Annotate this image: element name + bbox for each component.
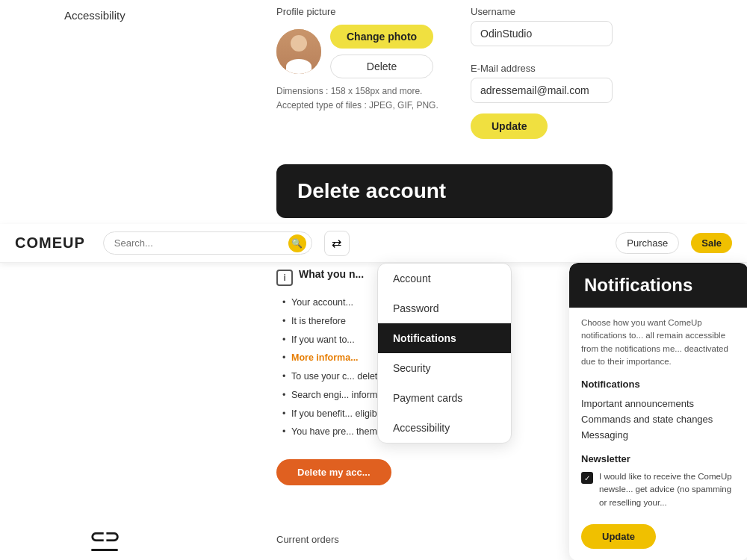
nav-icon-compare[interactable]: ⇄ xyxy=(324,231,350,256)
search-button[interactable]: 🔍 xyxy=(288,234,306,252)
email-label: E-Mail address xyxy=(471,63,613,74)
delete-photo-button[interactable]: Delete xyxy=(330,55,433,78)
avatar-head xyxy=(291,35,307,52)
dropdown-item-payment-cards[interactable]: Payment cards xyxy=(378,383,511,413)
what-you-need-title: What you n... xyxy=(299,268,364,280)
purchase-button[interactable]: Purchase xyxy=(616,232,679,254)
notifications-update-button[interactable]: Update xyxy=(581,524,656,549)
notif-item-announcements: Important announcements xyxy=(581,396,737,411)
dropdown-item-password[interactable]: Password xyxy=(378,293,511,323)
search-input[interactable] xyxy=(103,231,312,255)
comeup-logo-bottom: ⊂⊃ xyxy=(90,526,120,551)
avatar-body xyxy=(286,59,311,74)
delete-account-header: Delete account xyxy=(276,164,613,218)
newsletter-text: I would like to receive the ComeUp newsl… xyxy=(599,470,737,509)
username-input[interactable] xyxy=(471,21,613,46)
notifications-section-title: Notifications xyxy=(581,379,737,390)
delete-account-button[interactable]: Delete my acc... xyxy=(276,459,391,485)
username-label: Username xyxy=(471,6,613,17)
newsletter-row: I would like to receive the ComeUp newsl… xyxy=(581,470,737,509)
sale-button[interactable]: Sale xyxy=(691,233,732,253)
newsletter-checkbox[interactable] xyxy=(581,472,593,484)
newsletter-title: Newsletter xyxy=(581,453,737,464)
navbar: COMEUP 🔍 ⇄ Purchase Sale xyxy=(0,224,747,263)
more-info-link[interactable]: More informa... xyxy=(291,352,359,363)
sidebar: Accessibility xyxy=(52,0,224,31)
notifications-title: Notifications xyxy=(584,275,734,296)
avatar-figure xyxy=(276,29,321,74)
notifications-body: Choose how you want ComeUp notifications… xyxy=(569,308,747,515)
dropdown-item-security[interactable]: Security xyxy=(378,353,511,383)
delete-account-title: Delete account xyxy=(297,179,592,203)
user-fields: Username E-Mail address Update xyxy=(471,0,613,139)
sidebar-item-accessibility[interactable]: Accessibility xyxy=(52,0,224,31)
dropdown-item-account[interactable]: Account xyxy=(378,264,511,293)
current-orders-label: Current orders xyxy=(276,534,339,545)
dropdown-item-accessibility[interactable]: Accessibility xyxy=(378,413,511,443)
avatar xyxy=(276,29,321,74)
notifications-header: Notifications xyxy=(569,263,747,308)
notif-item-commands: Commands and state changes xyxy=(581,411,737,427)
notifications-description: Choose how you want ComeUp notifications… xyxy=(581,317,737,368)
account-dropdown-menu: Account Password Notifications Security … xyxy=(377,263,512,444)
info-icon: i xyxy=(276,270,293,286)
change-photo-button[interactable]: Change photo xyxy=(330,25,433,49)
dropdown-item-notifications[interactable]: Notifications xyxy=(378,323,511,353)
search-bar: 🔍 xyxy=(103,231,312,255)
comeup-logo: COMEUP xyxy=(15,234,85,252)
notifications-panel: Notifications Choose how you want ComeUp… xyxy=(569,263,747,560)
current-orders-section: Current orders xyxy=(276,534,339,545)
update-button[interactable]: Update xyxy=(471,113,548,139)
notif-item-messaging: Messaging xyxy=(581,427,737,443)
email-input[interactable] xyxy=(471,78,613,103)
photo-buttons: Change photo Delete xyxy=(330,25,433,78)
